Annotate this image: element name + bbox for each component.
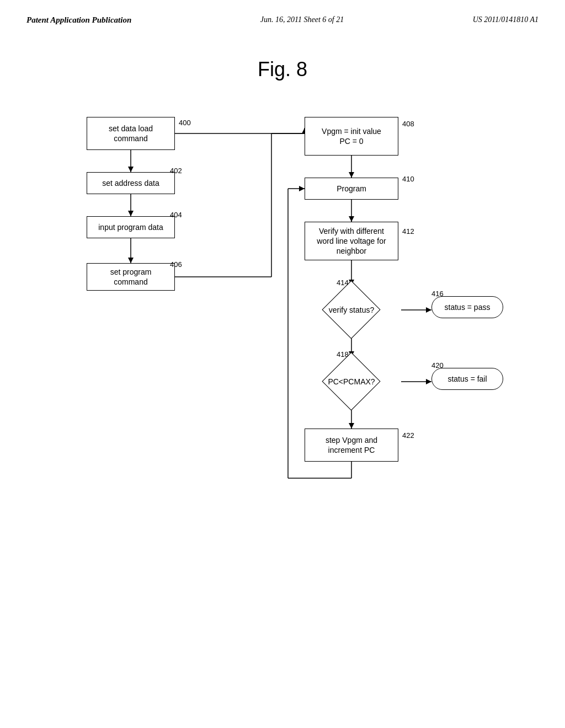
- patent-number: US 2011/0141810 A1: [473, 15, 539, 24]
- svg-marker-3: [128, 211, 134, 216]
- publication-title: Patent Application Publication: [26, 15, 131, 25]
- svg-marker-23: [426, 379, 431, 384]
- ref-422: 422: [402, 431, 414, 440]
- svg-marker-19: [426, 307, 431, 313]
- node-400: set data load command: [87, 117, 175, 150]
- node-414: verify status?: [305, 285, 398, 335]
- node-416: status = pass: [431, 296, 503, 318]
- ref-414: 414: [337, 279, 349, 287]
- node-402: set address data: [87, 172, 175, 194]
- figure-title: Fig. 8: [0, 58, 565, 81]
- node-418: PC<PCMAX?: [305, 357, 398, 406]
- svg-marker-13: [349, 172, 354, 178]
- ref-406: 406: [170, 260, 182, 269]
- svg-marker-5: [128, 258, 134, 263]
- ref-412: 412: [402, 227, 414, 235]
- page-header: Patent Application Publication Jun. 16, …: [0, 0, 565, 25]
- sheet-info: Jun. 16, 2011 Sheet 6 of 21: [260, 15, 344, 24]
- ref-410: 410: [402, 175, 414, 183]
- ref-404: 404: [170, 211, 182, 219]
- svg-marker-15: [349, 216, 354, 222]
- ref-420: 420: [431, 361, 444, 370]
- node-406: set program command: [87, 263, 175, 291]
- node-408: Vpgm = init value PC = 0: [305, 117, 398, 156]
- node-412: Verify with different word line voltage …: [305, 222, 398, 260]
- svg-marker-25: [349, 423, 354, 429]
- svg-marker-30: [299, 186, 305, 191]
- ref-416: 416: [431, 290, 444, 298]
- node-410: Program: [305, 178, 398, 200]
- node-404: input program data: [87, 216, 175, 238]
- ref-400: 400: [179, 119, 191, 127]
- ref-408: 408: [402, 120, 414, 128]
- node-420: status = fail: [431, 368, 503, 390]
- svg-marker-1: [128, 167, 134, 172]
- node-422: step Vpgm and increment PC: [305, 429, 398, 462]
- ref-402: 402: [170, 167, 182, 175]
- ref-418: 418: [337, 350, 349, 358]
- flowchart-diagram: set data load command 400 set address da…: [34, 98, 531, 693]
